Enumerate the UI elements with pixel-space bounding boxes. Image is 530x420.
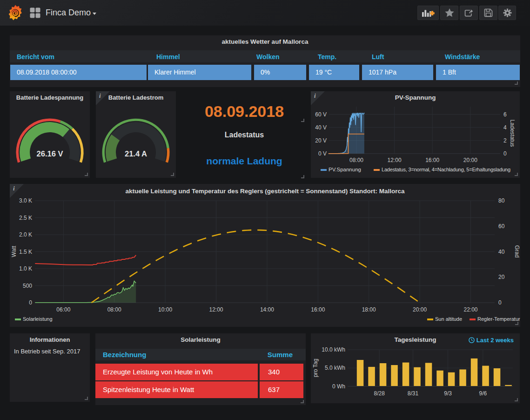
svg-text:60 V: 60 V <box>315 111 327 118</box>
svg-text:Grad: Grad <box>514 245 520 258</box>
svg-text:pro Tag: pro Tag <box>312 359 319 377</box>
svg-text:6: 6 <box>503 111 507 118</box>
svg-text:22:00: 22:00 <box>463 306 477 313</box>
svg-text:4: 4 <box>503 124 507 131</box>
svg-text:0: 0 <box>498 299 502 306</box>
svg-text:5.0 kWh: 5.0 kWh <box>325 365 345 371</box>
svg-text:10:00: 10:00 <box>158 306 172 313</box>
svg-text:08:00: 08:00 <box>349 157 363 163</box>
svg-text:2.0 K: 2.0 K <box>19 231 32 238</box>
svg-text:2.5 K: 2.5 K <box>19 215 32 221</box>
svg-text:8/28: 8/28 <box>374 390 385 397</box>
svg-text:20 V: 20 V <box>315 137 327 144</box>
svg-text:9/6: 9/6 <box>479 390 487 397</box>
svg-text:21.4 A: 21.4 A <box>125 149 147 158</box>
svg-text:Watt: Watt <box>11 245 17 257</box>
svg-text:9/3: 9/3 <box>444 390 452 397</box>
svg-text:20: 20 <box>498 274 505 280</box>
svg-text:0 V: 0 V <box>318 150 327 157</box>
svg-text:10.0 kWh: 10.0 kWh <box>322 346 345 353</box>
svg-text:PV.Spannung: PV.Spannung <box>329 167 361 172</box>
svg-text:Sun altitude: Sun altitude <box>435 316 462 322</box>
svg-text:0: 0 <box>29 299 32 306</box>
svg-text:3.0 K: 3.0 K <box>19 197 32 204</box>
svg-text:20:00: 20:00 <box>463 157 477 163</box>
svg-text:12:00: 12:00 <box>209 306 223 313</box>
svg-text:2: 2 <box>503 137 507 144</box>
svg-text:06:00: 06:00 <box>56 306 70 313</box>
svg-text:08:00: 08:00 <box>107 306 121 313</box>
svg-text:Regler-Temperatur: Regler-Temperatur <box>477 316 520 322</box>
svg-text:16:00: 16:00 <box>425 157 439 163</box>
svg-text:500: 500 <box>23 283 32 289</box>
svg-text:40 V: 40 V <box>315 124 327 131</box>
svg-text:26.16 V: 26.16 V <box>37 149 63 158</box>
svg-text:16:00: 16:00 <box>311 306 325 313</box>
svg-text:60: 60 <box>498 223 505 230</box>
svg-text:8/31: 8/31 <box>408 390 419 397</box>
svg-text:1.5 K: 1.5 K <box>19 249 32 255</box>
svg-text:80: 80 <box>498 197 505 204</box>
svg-text:40: 40 <box>498 249 505 255</box>
svg-text:14:00: 14:00 <box>260 306 274 313</box>
svg-text:Ladestatus, 3=normal, 4=Nachla: Ladestatus, 3=normal, 4=Nachladung, 5=Er… <box>382 167 510 172</box>
svg-text:Ladestatus: Ladestatus <box>509 120 516 147</box>
svg-text:20:00: 20:00 <box>413 306 427 313</box>
svg-text:18:00: 18:00 <box>362 306 376 313</box>
svg-text:0 Wh: 0 Wh <box>332 383 345 390</box>
svg-text:12:00: 12:00 <box>388 157 402 163</box>
svg-text:1.0 K: 1.0 K <box>19 265 32 272</box>
svg-text:Solarleistung: Solarleistung <box>23 316 53 322</box>
svg-text:0: 0 <box>503 150 507 157</box>
